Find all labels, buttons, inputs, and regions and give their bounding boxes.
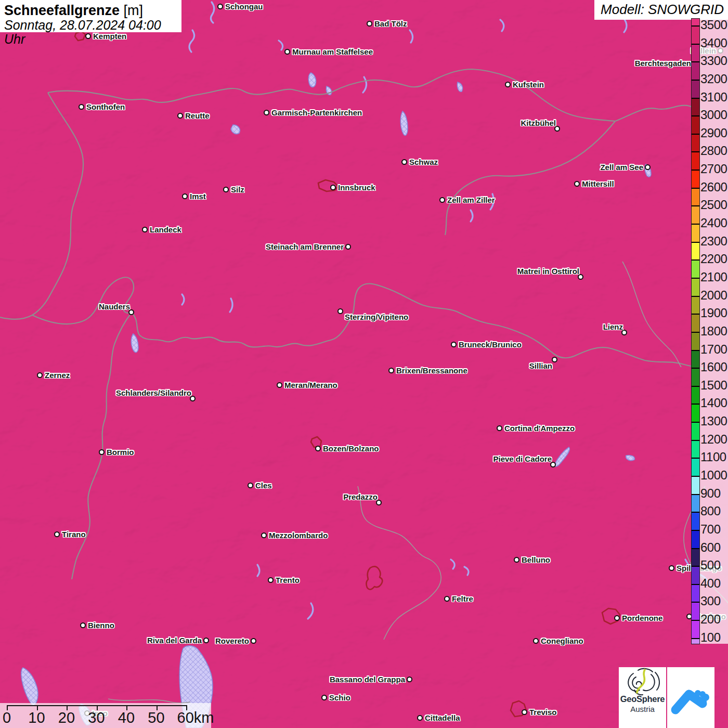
city-dot (223, 187, 229, 192)
title-unit: [m] (120, 3, 143, 18)
city-label: Nauders (99, 302, 130, 311)
city-label: Mezzolombardo (269, 531, 328, 540)
colorbar-tick-label: 900 (700, 486, 721, 501)
city-label: Sonthofen (86, 102, 125, 111)
city-label: Riva del Garda (147, 636, 202, 645)
colorbar-tick-label: 200 (700, 612, 721, 627)
colorbar-tick (692, 242, 699, 243)
colorbar-tick (692, 188, 699, 189)
city-label: Schongau (225, 2, 263, 11)
city-label: Berchtesgaden (635, 59, 691, 68)
city-dot (80, 622, 86, 628)
colorbar-tick-label: 2000 (700, 288, 727, 302)
city-dot (37, 372, 43, 378)
colorbar-band (692, 44, 699, 62)
geosphere-logo-text: GeoSphere (619, 694, 666, 704)
city-label: Matrei in Osttirol (517, 267, 579, 276)
colorbar-band (692, 620, 699, 639)
city-dot (574, 181, 580, 187)
scalebar-label: 50 (148, 709, 164, 726)
colorbar-tick-label: 2500 (700, 198, 727, 212)
colorbar-band (692, 98, 699, 116)
city-label: Sillian (529, 361, 552, 370)
city-dot (401, 159, 407, 165)
colorbar-tick (692, 440, 699, 441)
colorbar-tick (692, 548, 699, 549)
colorbar-tick (692, 386, 699, 387)
colorbar-tick-label: 2100 (700, 270, 727, 284)
colorbar-tick (692, 584, 699, 585)
colorbar-tick (692, 278, 699, 279)
city-label: Bozen/Bolzano (323, 444, 379, 453)
colorbar-tick (692, 566, 699, 567)
colorbar-tick (692, 638, 699, 639)
colorbar-band (692, 260, 699, 278)
geosphere-logo-box: GeoSphere Austria (619, 667, 666, 728)
colorbar-tick-label: 600 (700, 540, 721, 554)
model-label-box: Modell: SNOWGRID (594, 0, 728, 20)
colorbar-tick-label: 1900 (700, 306, 727, 320)
colorbar-band (692, 495, 699, 513)
colorbar-tick-label: 800 (700, 504, 721, 518)
colorbar-tick-label: 2900 (700, 126, 727, 140)
city-dot (248, 483, 253, 488)
colorbar-tick-label: 700 (700, 522, 721, 537)
colorbar-tick (692, 458, 699, 459)
city-label: Silz (231, 185, 244, 194)
colorbar-tick-label: 3200 (700, 72, 727, 86)
colorbar-tick (692, 476, 699, 477)
city-dot (552, 357, 557, 362)
colorbar-band (692, 19, 699, 26)
city-label: Treviso (529, 708, 557, 717)
scalebar-label: 10 (28, 709, 45, 726)
city-dot (669, 565, 674, 571)
colorbar-band (692, 549, 699, 567)
city-label: Zell am Ziller (447, 196, 495, 204)
colorbar-band (692, 224, 699, 242)
geosphere-logo-subtext: Austria (619, 705, 666, 713)
colorbar-band (692, 188, 699, 206)
city-label: Tirano (62, 530, 86, 539)
colorbar-band (692, 639, 699, 644)
colorbar-tick (692, 115, 699, 116)
city-dot (407, 677, 412, 682)
city-label: Schwaz (409, 158, 438, 166)
city-label: Meran/Merano (284, 381, 337, 389)
city-label: Conegliano (541, 636, 583, 645)
colorbar-tick-label: 1400 (700, 396, 727, 410)
city-label: Pordenone (622, 614, 662, 622)
geosphere-swirl-icon (619, 667, 666, 696)
colorbar-tick-label: 3000 (700, 108, 727, 122)
city-dot (203, 638, 209, 643)
colorbar-band (692, 350, 699, 369)
city-dot (444, 596, 450, 602)
colorbar-tick (692, 134, 699, 135)
city-label: Brixen/Bressanone (396, 366, 467, 375)
colorbar-tick (692, 151, 699, 152)
colorbar-band (692, 152, 699, 170)
scalebar-label: 60km (177, 709, 214, 726)
partner-logo-box (667, 667, 714, 728)
colorbar-tick-label: 1800 (700, 324, 727, 339)
colorbar-tick-label: 3400 (700, 36, 727, 50)
colorbar-tick (692, 259, 699, 261)
colorbar-tick (692, 368, 699, 369)
colorbar-band (692, 404, 699, 422)
city-dot (284, 49, 290, 55)
city-dot (268, 577, 274, 583)
colorbar-band (692, 62, 699, 80)
colorbar-band (692, 206, 699, 224)
city-dot (264, 110, 269, 115)
weather-map-page: SchongauBad TölzKemptenMurnau am Staffel… (0, 0, 728, 728)
colorbar-tick (692, 530, 699, 531)
colorbar-band (692, 80, 699, 98)
colorbar-band (692, 602, 699, 620)
colorbar-band (692, 386, 699, 405)
city-dot (505, 82, 511, 87)
colorbar-tick-label: 2800 (700, 144, 727, 158)
city-dot (497, 425, 502, 431)
city-label: Steinach am Brenner (266, 242, 344, 251)
city-label: Lienz (603, 322, 623, 331)
city-dot (321, 695, 327, 700)
city-label: Belluno (522, 555, 550, 564)
